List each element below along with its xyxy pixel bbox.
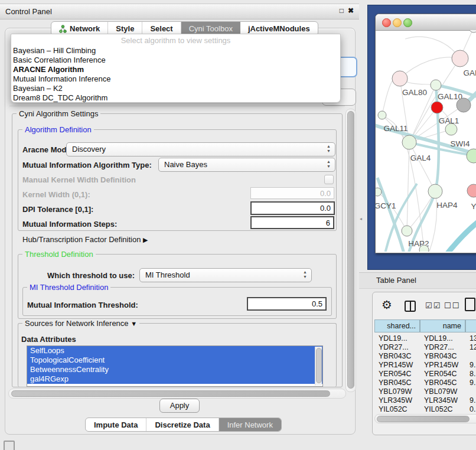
minimize-button[interactable]: [393, 18, 402, 27]
table-cell: YIL052C: [424, 405, 453, 414]
table-cell: YBR043C: [379, 352, 412, 361]
gear-icon[interactable]: ⚙: [382, 299, 392, 311]
network-node-gal4[interactable]: [402, 135, 416, 149]
network-window[interactable]: GALGAL80GAL10GAL1GAL11GAL4SWI4GCY1HAP4YH…: [375, 14, 476, 253]
table-cell: YBR045C: [379, 379, 412, 387]
spinner-arrows-icon: ▲▼: [327, 144, 331, 154]
table-cell: 9.: [470, 361, 475, 370]
node-label: HAP4: [436, 201, 458, 210]
attribute-item-gal4rgexp[interactable]: gal4RGexp: [27, 374, 322, 384]
manual-kernel-checkbox[interactable]: [324, 175, 334, 184]
sources-toggle[interactable]: Sources for Network Inference ▼: [22, 319, 139, 328]
mi-type-select[interactable]: Naive Bayes ▲▼: [158, 158, 335, 172]
expanded-arrow-icon: ▼: [131, 320, 137, 327]
close-button[interactable]: [382, 18, 391, 27]
network-node[interactable]: [431, 102, 443, 113]
column-header-a[interactable]: A: [465, 319, 476, 332]
network-node-gal11[interactable]: [378, 111, 386, 119]
attribute-item-selfloops[interactable]: SelfLoops: [27, 346, 322, 356]
algorithm-option-bayesian-k2[interactable]: Bayesian – K2: [13, 84, 63, 93]
close-icon[interactable]: ✖: [348, 6, 354, 15]
node-label: Y: [471, 202, 476, 211]
collapsed-panel-icon[interactable]: [4, 441, 15, 450]
node-label: GAL: [463, 69, 476, 77]
network-node-gal80[interactable]: [392, 71, 407, 86]
vertical-scrollbar[interactable]: [345, 109, 356, 392]
network-node-hap4[interactable]: [428, 184, 442, 198]
table-cell: YDR27...: [424, 343, 454, 352]
table-cell: 8.: [470, 370, 475, 379]
network-node[interactable]: [457, 98, 471, 112]
algorithm-option-aracne-algorithm[interactable]: ARACNE Algorithm: [13, 65, 84, 74]
network-node-gal1[interactable]: [445, 123, 457, 135]
kernel-width-label: Kernel Width (0,1):: [22, 190, 90, 199]
apply-button[interactable]: Apply: [159, 399, 200, 413]
table-cell: 9.: [470, 396, 475, 405]
table-horizontal-scrollbar[interactable]: [374, 414, 476, 423]
aracne-mode-value: Discovery: [72, 145, 106, 154]
data-attributes-label: Data Attributes: [21, 335, 76, 344]
network-node-gal[interactable]: [452, 50, 468, 67]
column-header-shared-[interactable]: shared...: [374, 319, 420, 332]
node-label: GAL11: [383, 124, 407, 133]
group-title: Threshold Definition: [22, 250, 96, 259]
network-canvas[interactable]: GALGAL80GAL10GAL1GAL11GAL4SWI4GCY1HAP4YH…: [376, 30, 476, 252]
mi-threshold-label: Mutual Information Threshold:: [27, 301, 138, 309]
node-label: GAL4: [410, 154, 431, 162]
horizontal-scrollbar[interactable]: [8, 389, 346, 399]
algorithm-option-basic-correlation-inference[interactable]: Basic Correlation Inference: [13, 56, 106, 64]
table-cell: YBL079W: [424, 387, 457, 396]
table-cell: YBR045C: [424, 379, 457, 387]
tab-infer-network[interactable]: Infer Network: [219, 418, 281, 431]
dropdown-placeholder: Select algorithm to view settings: [11, 36, 340, 45]
algorithm-option-dream8-dc-tdc-algorithm[interactable]: Dream8 DC_TDC Algorithm: [13, 93, 107, 102]
which-threshold-select[interactable]: MI Threshold ▲▼: [139, 268, 312, 282]
panel-resize-handle[interactable]: ◂: [360, 216, 362, 221]
network-node[interactable]: [469, 30, 476, 32]
mi-steps-input[interactable]: [250, 216, 334, 229]
table-cell: YLR345W: [424, 396, 458, 405]
table-cell: YER054C: [379, 370, 412, 379]
document-icon[interactable]: [465, 298, 475, 311]
columns-icon[interactable]: [405, 301, 416, 312]
aracne-mode-select[interactable]: Discovery ▲▼: [66, 142, 335, 156]
network-icon: [59, 25, 67, 33]
hub-definition-label: Hub/Transcription Factor Definition: [22, 235, 141, 244]
list-scrollbar[interactable]: [315, 347, 322, 386]
table-cell: YBL079W: [379, 387, 412, 396]
table-panel-title: Table Panel: [376, 276, 416, 285]
attribute-item-betweennesscentrality[interactable]: BetweennessCentrality: [27, 365, 322, 374]
algorithm-dropdown: Select algorithm to view settings Bayesi…: [11, 34, 341, 103]
table-cell: YBR043C: [424, 352, 457, 361]
tab-label: jActiveMNodules: [248, 24, 310, 33]
table-cell: YDR27...: [379, 343, 409, 352]
network-node-y[interactable]: [467, 184, 476, 197]
dpi-tolerance-input[interactable]: [250, 201, 335, 215]
algorithm-option-mutual-information-inference[interactable]: Mutual Information Inference: [13, 74, 110, 83]
data-attributes-list[interactable]: SelfLoopsTopologicalCoefficientBetweenne…: [27, 345, 323, 387]
divider: [9, 106, 345, 106]
table-cell: YIL052C: [379, 405, 407, 414]
node-label: GAL80: [402, 88, 427, 97]
hub-definition-toggle[interactable]: Hub/Transcription Factor Definition ▶: [22, 235, 148, 244]
unchecked-boxes-icon[interactable]: ☐☐: [444, 301, 460, 310]
network-node-gal10[interactable]: [431, 80, 441, 90]
sources-title: Sources for Network Inference: [25, 319, 129, 328]
column-header-name[interactable]: name: [420, 319, 465, 332]
mi-threshold-input[interactable]: [247, 297, 327, 311]
network-node-gcy1[interactable]: [376, 188, 382, 196]
float-window-icon[interactable]: □: [340, 6, 344, 15]
attribute-item-topologicalcoefficient[interactable]: TopologicalCoefficient: [27, 356, 322, 365]
which-threshold-label: Which threshold to use:: [47, 271, 135, 280]
table-cell: YPR145W: [424, 361, 458, 370]
zoom-button[interactable]: [403, 18, 412, 27]
algorithm-option-bayesian-hill-climbing[interactable]: Bayesian – Hill Climbing: [13, 46, 96, 55]
tab-discretize-data[interactable]: Discretize Data: [146, 418, 219, 431]
tab-label: Network: [70, 24, 100, 33]
network-node-hap2[interactable]: [402, 226, 412, 236]
checked-boxes-icon[interactable]: ☑☑: [425, 301, 441, 310]
table-panel-body: ⚙ ☑☑ ☐☐ shared...nameA YDL19...YDL19...1…: [372, 292, 476, 435]
manual-kernel-label: Manual Kernel Width Definition: [22, 175, 136, 184]
tab-impute-data[interactable]: Impute Data: [86, 418, 146, 431]
network-node[interactable]: [419, 245, 429, 252]
